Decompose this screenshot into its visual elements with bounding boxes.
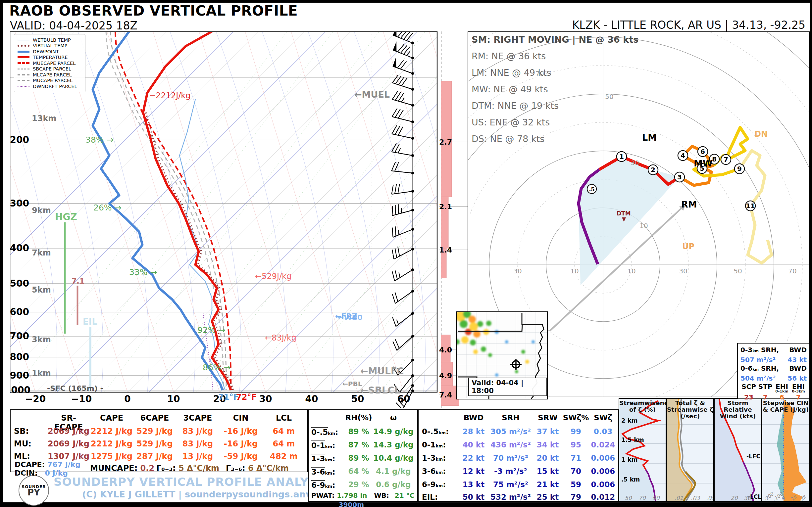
x-tick: 20 <box>730 495 739 501</box>
range-sub: km <box>325 444 333 449</box>
range: 6-9 <box>311 480 325 490</box>
composite-headers: SCP STP EHI0–1km EHI0–3km <box>741 383 807 393</box>
composite-values: 23 7 6 7 <box>741 394 807 400</box>
colon: : <box>435 493 438 501</box>
legend-label: MUCAPE PARCEL <box>33 78 72 83</box>
pressure-label-800: 800 <box>10 351 29 362</box>
ehi1-sub: 0–1km <box>774 390 790 393</box>
range-sub: km <box>436 470 443 475</box>
line-decoration <box>393 317 396 327</box>
pressure-label-400: 400 <box>10 242 29 253</box>
ds-line: DS: NE @ 78 kts <box>471 134 639 150</box>
mucape-value-annotation: −2212J/kg <box>149 91 190 100</box>
bwd-value: 13 kt <box>459 480 488 489</box>
pwat-value: 1.798 in <box>337 492 367 499</box>
spacer <box>311 413 345 422</box>
omega-label: 1.4 <box>439 246 452 254</box>
line-decoration <box>196 32 468 392</box>
crosshair-icon <box>510 359 521 370</box>
range: 3-6 <box>311 467 325 476</box>
x-tick: 50 <box>624 495 632 501</box>
x-tick: 0 <box>124 393 131 404</box>
dwndrft-parcel-line-icon <box>17 86 30 87</box>
legend-label: SBCAPE PARCEL <box>33 66 71 71</box>
colon: : <box>443 454 446 462</box>
wb-value: 21 °C <box>395 492 414 499</box>
x-tick: 10 <box>167 393 180 404</box>
colon: : <box>446 427 449 436</box>
rm-line: RM: NE @ 36 kts <box>471 51 639 67</box>
path-decoration <box>393 41 397 51</box>
dcin-value: 0 J/kg <box>45 469 68 477</box>
legend-item: DWNDRFT PARCEL <box>17 83 82 89</box>
height-label-13km: 13km <box>32 114 56 123</box>
shear-row: 0-1km: 40 kt 436 m²/s² 34 kt 95 0.024 <box>422 441 617 449</box>
swz-pct-value: 99 <box>562 427 590 436</box>
dcape-value: 767 J/kg <box>47 460 81 469</box>
rh-value: 29 % <box>345 480 372 490</box>
srh-0-6-values: 504 m²/s² 56 kt <box>741 374 807 383</box>
footer-credit: (C) KYLE J GILLETT | sounderpysoundings.… <box>82 489 340 499</box>
swz-value: 0.006 <box>590 454 617 462</box>
swz-pct-value: 70 <box>562 467 590 475</box>
range-sub: km <box>752 368 759 372</box>
frz-row: FRZ: 3900m WB0: 3900m <box>311 501 417 507</box>
path-decoration <box>393 58 396 67</box>
cell: 64 m <box>262 427 305 436</box>
gamma36-label: Γ₃₋₆: <box>226 464 245 473</box>
ring-label: 70 <box>788 267 797 275</box>
swz-pct-value: 95 <box>562 441 590 449</box>
cell: 529 J/kg <box>133 427 176 436</box>
muncape-label: MUNCAPE: <box>90 464 138 473</box>
rh-header: RH(%) <box>345 413 372 422</box>
line-decoration <box>392 249 394 259</box>
path-decoration <box>393 32 397 37</box>
shear-header-row: BWD SRH SRW SWζ% SWζ <box>422 413 617 422</box>
level-marker-label: 4 <box>680 152 685 160</box>
mw-line: MW: NE @ 49 kts <box>471 84 639 101</box>
range: 1-3 <box>422 454 436 462</box>
thermo-row-mu: MU: 2069 J/kg 2212 J/kg 529 J/kg 83 J/kg… <box>14 439 305 448</box>
line-decoration <box>407 52 410 56</box>
col-header: SWζ% <box>562 413 590 422</box>
moisture-row: 3-6km: 64 % 4.1 g/kg <box>311 467 416 476</box>
line-decoration <box>395 205 395 215</box>
frame-right <box>810 0 812 507</box>
shear-row: 3-6km: 12 kt -3 m²/s² 15 kt 70 0.006 <box>422 467 617 475</box>
level-marker-label: 1 <box>619 153 624 161</box>
cell: 2069 J/kg <box>47 439 90 448</box>
stp-header: STP <box>758 383 773 391</box>
pbl-annotation: ←PBL <box>343 380 362 388</box>
srh-value: 504 m²/s² <box>741 374 775 383</box>
wind-barb-column <box>372 32 414 408</box>
x-tick: 40 <box>305 393 318 404</box>
colon: : <box>443 441 446 449</box>
cell: -16 J/kg <box>219 427 262 436</box>
srh-value: 70 m²/s² <box>488 454 533 462</box>
srh-text: SRH, <box>759 364 779 372</box>
cell: -59 J/kg <box>219 452 262 461</box>
srh-value: -3 m²/s² <box>488 467 533 475</box>
moisture-header-row: RH(%) ω <box>311 413 416 422</box>
legend-label: MLCAPE PARCEL <box>33 72 72 77</box>
bwd-value: 28 kt <box>459 427 488 436</box>
cell: 529 J/kg <box>133 439 176 448</box>
range-sub: km <box>436 457 443 462</box>
y-level-label: 2 km <box>621 417 638 424</box>
gamma36-row: Γ₃₋₆: 6 Δ°C/km <box>226 464 289 473</box>
thermo-table: SR-ECAPE CAPE 6CAPE 3CAPE CIN LCL SB: 20… <box>10 409 308 472</box>
colon: : <box>332 468 335 476</box>
x-tick: 90 <box>652 495 660 501</box>
line-decoration <box>393 342 397 350</box>
range-sub: km <box>436 444 443 448</box>
gamma03-row: Γ₀₋₃: 5 Δ°C/km <box>156 464 219 473</box>
srw-value: 25 kt <box>533 493 562 501</box>
y-level-label: 1 km <box>621 456 638 463</box>
swz-value: 0.03 <box>590 427 617 436</box>
line-decoration <box>289 32 468 392</box>
legend-item: VIRTUAL TEMP <box>17 43 82 49</box>
line-decoration <box>398 204 399 214</box>
scp-header: SCP <box>742 383 756 391</box>
cell: -16 J/kg <box>219 439 262 448</box>
colon: : <box>332 454 335 463</box>
